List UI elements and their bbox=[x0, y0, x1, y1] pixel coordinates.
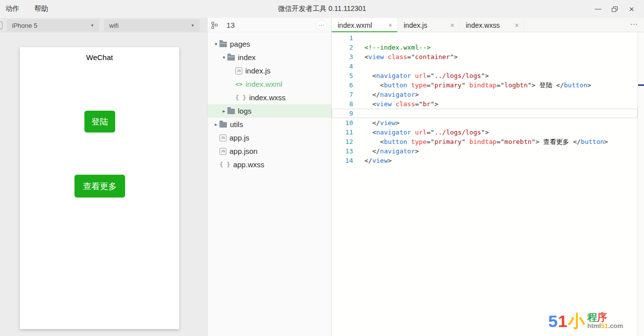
code-line-7: 7 </navigator> bbox=[332, 90, 638, 99]
folder-icon bbox=[219, 122, 227, 128]
code-line-6: 6 <button type="primary" bindtap="logbtn… bbox=[332, 80, 638, 90]
tree-item-label: pages bbox=[230, 40, 250, 48]
tree-item-label: utils bbox=[230, 120, 243, 129]
tree-item-app.js[interactable]: JSapp.js bbox=[208, 131, 331, 144]
tree-item-label: app.wxss bbox=[233, 160, 265, 169]
device-edge-icon bbox=[0, 21, 2, 29]
wxss-file-icon: { } bbox=[235, 94, 246, 101]
tree-item-app.wxss[interactable]: { }app.wxss bbox=[208, 158, 331, 171]
watermark-51-text: 51小 bbox=[548, 312, 585, 330]
code-text: <!--index.wxml--> bbox=[364, 44, 430, 51]
line-number: 5 bbox=[332, 72, 353, 79]
line-number: 4 bbox=[332, 63, 353, 70]
code-line-13: 13 </navigator> bbox=[332, 146, 638, 156]
line-number: 14 bbox=[332, 157, 353, 164]
file-tree-header: 13 ⋯ bbox=[207, 18, 331, 32]
line-number: 10 bbox=[332, 119, 353, 127]
json-file-icon: JN bbox=[219, 148, 226, 155]
code-text: </view> bbox=[364, 157, 392, 164]
line-number: 8 bbox=[332, 100, 353, 108]
code-text: <navigator url="../logs/logs"> bbox=[364, 72, 489, 79]
close-button[interactable]: × bbox=[623, 2, 640, 16]
tab-index.wxml[interactable]: index.wxml× bbox=[332, 18, 398, 32]
tab-label: index.wxss bbox=[466, 21, 500, 29]
editor-more-button[interactable]: ⋯ bbox=[630, 20, 638, 29]
tree-more-button[interactable]: ⋯ bbox=[316, 20, 326, 30]
line-number: 2 bbox=[332, 44, 353, 51]
code-text: <button type="primary" bindtap="morebtn"… bbox=[364, 137, 608, 146]
line-number: 9 bbox=[332, 110, 353, 117]
wxml-file-icon: <> bbox=[235, 81, 242, 88]
code-line-9: 9 bbox=[332, 109, 638, 118]
minimize-button[interactable] bbox=[589, 2, 606, 16]
line-number: 13 bbox=[332, 147, 353, 155]
tree-item-label: index.wxml bbox=[245, 80, 282, 88]
tree-item-app.json[interactable]: JNapp.json bbox=[208, 144, 331, 158]
tree-item-utils[interactable]: ▸utils bbox=[208, 118, 331, 131]
code-line-2: 2<!--index.wxml--> bbox=[332, 43, 638, 52]
tab-label: index.wxml bbox=[338, 21, 372, 29]
restore-icon bbox=[612, 6, 618, 12]
tree-item-index.js[interactable]: JSindex.js bbox=[208, 64, 331, 77]
tab-close-icon[interactable]: × bbox=[381, 21, 392, 29]
tree-item-label: index.js bbox=[245, 67, 271, 75]
code-line-4: 4 bbox=[332, 62, 638, 71]
code-text: <view class="container"> bbox=[364, 53, 458, 61]
tree-item-index[interactable]: ▾index bbox=[208, 51, 331, 64]
tab-close-icon[interactable]: × bbox=[508, 21, 519, 29]
tree-item-index.wxml[interactable]: <>index.wxml bbox=[208, 77, 331, 91]
tab-label: index.js bbox=[404, 21, 427, 29]
overview-ruler[interactable] bbox=[638, 32, 644, 336]
code-area[interactable]: 12<!--index.wxml-->3<view class="contain… bbox=[332, 32, 638, 336]
line-number: 6 bbox=[332, 81, 353, 89]
code-text: </navigator> bbox=[364, 91, 419, 98]
network-select[interactable]: wifi ▼ bbox=[104, 19, 200, 31]
line-number: 12 bbox=[332, 138, 353, 145]
simulator-panel: WeChat 登陆 查看更多 bbox=[0, 32, 207, 336]
tree-down-arrow-icon[interactable]: ▾ bbox=[213, 41, 219, 47]
folder-open-icon bbox=[219, 42, 227, 47]
tree-item-pages[interactable]: ▾pages bbox=[208, 37, 331, 51]
js-file-icon: JS bbox=[219, 134, 226, 141]
html51-watermark-logo: 51小 程序 html51.com bbox=[548, 312, 623, 330]
phone-screen: WeChat 登陆 查看更多 bbox=[20, 47, 179, 329]
code-line-10: 10 </view> bbox=[332, 118, 638, 128]
tab-index.wxss[interactable]: index.wxss× bbox=[460, 18, 524, 32]
tree-item-label: app.js bbox=[229, 134, 249, 142]
tree-right-arrow-icon[interactable]: ▸ bbox=[220, 108, 227, 114]
editor-tab-bar: index.wxml×index.js×index.wxss×⋯ bbox=[331, 18, 644, 32]
watermark-chengxu-text: 程序 bbox=[587, 312, 623, 322]
code-line-11: 11 <navigator url="../logs/logs"> bbox=[332, 128, 638, 137]
code-line-14: 14</view> bbox=[332, 156, 638, 165]
code-text: <view class="br"> bbox=[364, 100, 438, 108]
line-number: 3 bbox=[332, 53, 353, 61]
restore-button[interactable] bbox=[606, 2, 623, 16]
login-button[interactable]: 登陆 bbox=[84, 111, 115, 133]
line-number: 1 bbox=[332, 34, 353, 42]
code-line-3: 3<view class="container"> bbox=[332, 52, 638, 62]
tree-item-label: index bbox=[238, 53, 256, 62]
page-nav-title: WeChat bbox=[20, 53, 179, 62]
device-select[interactable]: iPhone 5 ▼ bbox=[7, 19, 99, 31]
chevron-down-icon: ▼ bbox=[90, 23, 94, 28]
network-select-value: wifi bbox=[109, 22, 119, 29]
tree-item-logs[interactable]: ▸logs bbox=[208, 104, 331, 118]
code-text: <button type="primary" bindtap="logbtn">… bbox=[364, 81, 591, 90]
tree-structure-icon[interactable] bbox=[211, 21, 219, 30]
code-line-8: 8 <view class="br"> bbox=[332, 99, 638, 109]
tree-item-label: logs bbox=[238, 107, 252, 115]
tree-item-label: app.json bbox=[229, 147, 258, 155]
code-line-12: 12 <button type="primary" bindtap="moreb… bbox=[332, 137, 638, 146]
tree-item-index.wxss[interactable]: { }index.wxss bbox=[208, 91, 331, 104]
device-select-value: iPhone 5 bbox=[12, 22, 37, 29]
tree-down-arrow-icon[interactable]: ▾ bbox=[220, 55, 227, 60]
tab-close-icon[interactable]: × bbox=[443, 21, 454, 29]
window-title: 微信开发者工具 0.11.112301 bbox=[0, 0, 644, 18]
tree-right-arrow-icon[interactable]: ▸ bbox=[213, 122, 219, 127]
folder-icon bbox=[227, 109, 235, 114]
tab-index.js[interactable]: index.js× bbox=[398, 18, 460, 32]
folder-open-icon bbox=[227, 55, 235, 61]
simulator-toolbar: iPhone 5 ▼ wifi ▼ bbox=[0, 18, 207, 32]
see-more-button[interactable]: 查看更多 bbox=[74, 175, 125, 198]
chevron-down-icon: ▼ bbox=[191, 23, 195, 28]
